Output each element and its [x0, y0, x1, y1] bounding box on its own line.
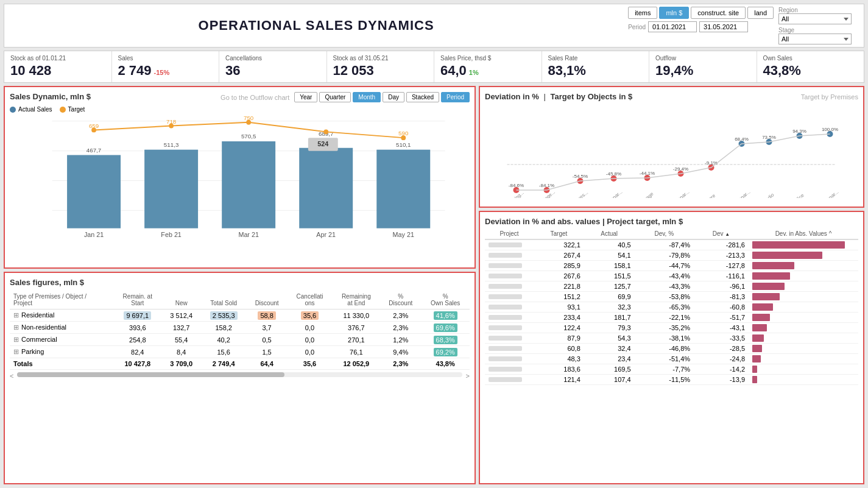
row-parking-cancel: 0,0: [288, 346, 333, 358]
project-table-container[interactable]: Project Target Actual Dev, % Dev ▲ Dev. …: [485, 228, 858, 473]
project-dev-pct-7: -22,1%: [635, 313, 694, 323]
col-cancellations: Cancellations: [288, 291, 333, 309]
filter-btn-land[interactable]: land: [747, 7, 774, 19]
expand-nonresidential[interactable]: ⊞: [13, 324, 19, 331]
scroll-left[interactable]: <: [10, 372, 13, 380]
project-actual-0: 40,5: [584, 239, 635, 250]
label-feb-actual: 511,3: [164, 141, 178, 148]
project-target-1: 267,4: [534, 250, 584, 261]
kpi-sales-rate: Sales Rate 83,1%: [542, 51, 650, 82]
project-actual-11: 23,4: [584, 354, 635, 364]
kpi-cancellations: Cancellations 36: [219, 51, 327, 82]
filter-btn-mln[interactable]: mln $: [659, 7, 689, 19]
legend-target-dot: [60, 107, 66, 113]
kpi-outflow-label: Outflow: [655, 55, 750, 62]
header-filters: items mln $ construct. site land Period …: [628, 7, 858, 44]
expand-residential[interactable]: ⊞: [13, 311, 19, 319]
project-label-bar-9: [489, 336, 522, 341]
date-from-input[interactable]: [648, 21, 697, 32]
kpi-cancellations-label: Cancellations: [225, 55, 320, 62]
project-actual-3: 151,5: [584, 271, 635, 281]
col-dev-abs[interactable]: Dev. in Abs. Values ^: [749, 228, 858, 239]
chart-btn-stacked[interactable]: Stacked: [406, 92, 439, 102]
kpi-sales-label: Sales: [118, 55, 213, 62]
expand-commercial[interactable]: ⊞: [13, 336, 19, 343]
bar-feb: [144, 150, 198, 228]
project-dev-pct-0: -87,4%: [635, 239, 694, 250]
chart-btn-quarter[interactable]: Quarter: [319, 92, 351, 102]
val-store: -9,1%: [705, 160, 718, 166]
chart-btn-year[interactable]: Year: [294, 92, 317, 102]
kpi-row: Stock as of 01.01.21 10 428 Sales 2 749-…: [4, 51, 864, 83]
kpi-outflow-value: 19,4%: [655, 63, 750, 79]
col-dev-pct[interactable]: Dev, %: [635, 228, 694, 239]
row-residential-sold: 2 535,3: [201, 309, 247, 322]
kpi-sales: Sales 2 749-15%: [112, 51, 220, 82]
col-target[interactable]: Target: [534, 228, 584, 239]
filter-btn-items[interactable]: items: [628, 7, 657, 19]
chart-btn-period[interactable]: Period: [441, 92, 470, 102]
project-label-bar-11: [489, 356, 522, 361]
project-bar-cell-5: [749, 292, 858, 302]
bar-apr: [299, 148, 353, 228]
scroll-right[interactable]: >: [466, 372, 470, 380]
outflow-link[interactable]: Go to the Outflow chart: [221, 94, 289, 101]
col-project[interactable]: Project: [485, 228, 534, 239]
sales-figures-table: Type of Premises / Object /Project Remai…: [10, 291, 470, 370]
region-select[interactable]: All: [778, 13, 852, 24]
date-to-input[interactable]: [699, 21, 748, 32]
row-commercial-remain: 254,8: [113, 334, 162, 346]
row-parking-remain: 82,4: [113, 346, 162, 358]
project-dev-pct-9: -38,1%: [635, 333, 694, 344]
row-parking-label: ⊞Parking: [10, 346, 113, 358]
project-actual-10: 32,4: [584, 344, 635, 354]
project-label-bar-13: [489, 377, 522, 382]
cat-storage: Storage: [638, 191, 655, 198]
cat-studio: Studio: [761, 192, 775, 198]
project-actual-8: 79,3: [584, 323, 635, 333]
project-target-10: 60,8: [534, 344, 584, 354]
bar-may: [376, 150, 430, 228]
horizontal-scrollbar[interactable]: [17, 372, 462, 377]
row-parking-discount: 1,5: [247, 346, 288, 358]
kpi-sales-price-label: Sales Price, thsd $: [440, 55, 535, 62]
dot-mar: [246, 120, 251, 125]
project-bar-cell-3: [749, 271, 858, 281]
project-dev-13: -13,9: [694, 375, 749, 385]
right-panel: Deviation in % | Target by Objects in $ …: [479, 86, 864, 484]
scroll-up-icon: ^: [829, 230, 832, 237]
row-nonresidential-discount: 3,7: [247, 322, 288, 334]
target-premises-link[interactable]: Target by Premises: [801, 93, 858, 101]
project-name-2: [485, 261, 534, 271]
project-dev-pct-13: -11,5%: [635, 375, 694, 385]
month-apr: Apr 21: [316, 231, 336, 238]
project-target-6: 93,1: [534, 302, 584, 313]
deviation-chart-svg: -84,6% Parking... -84,1% Carriage... -54…: [485, 104, 858, 198]
col-actual[interactable]: Actual: [584, 228, 635, 239]
chart-btn-month[interactable]: Month: [353, 92, 381, 102]
filter-btn-construct[interactable]: construct. site: [691, 7, 746, 19]
chart-btn-day[interactable]: Day: [383, 92, 404, 102]
stage-select[interactable]: All: [778, 34, 852, 44]
project-dev-8: -43,1: [694, 323, 749, 333]
row-commercial-pct-disc: 1,2%: [380, 334, 421, 346]
project-name-7: [485, 313, 534, 323]
table-row: ⊞Parking 82,4 8,4 15,6 1,5 0,0 76,1 9,4%…: [10, 346, 470, 358]
table-nav: < >: [10, 372, 470, 380]
project-bar-cell-13: [749, 375, 858, 385]
row-nonresidential-remain: 393,6: [113, 322, 162, 334]
project-target-7: 233,4: [534, 313, 584, 323]
project-name-8: [485, 323, 534, 333]
project-bar-1: [752, 252, 822, 259]
project-dev-4: -96,1: [694, 281, 749, 292]
col-dev[interactable]: Dev ▲: [694, 228, 749, 239]
project-dev-pct-4: -43,3%: [635, 281, 694, 292]
expand-parking[interactable]: ⊞: [13, 348, 19, 355]
row-commercial-sold: 40,2: [201, 334, 247, 346]
project-label-bar-8: [489, 325, 522, 330]
totals-remain: 10 427,8: [113, 358, 162, 370]
val-2appar: -29,4%: [673, 166, 688, 172]
row-residential-pct-own: 41,6%: [421, 309, 470, 322]
row-residential-new: 3 512,4: [162, 309, 201, 322]
row-residential-pct-disc: 2,3%: [380, 309, 421, 322]
